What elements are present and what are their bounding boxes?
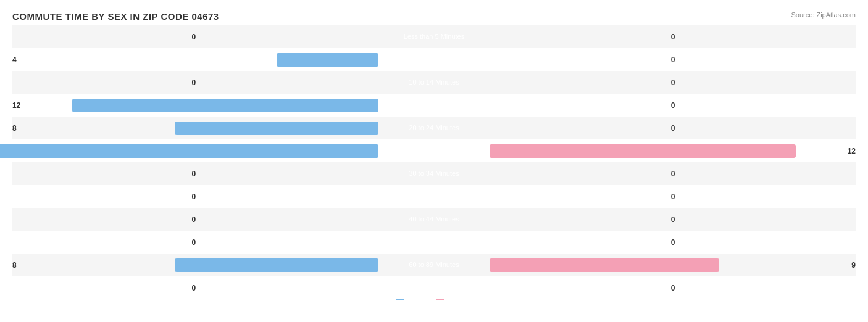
female-value-label: 0: [671, 238, 675, 247]
left-section: 15: [12, 139, 378, 162]
bar-row: 040 to 44 Minutes0: [12, 208, 856, 231]
female-value-label: 0: [671, 124, 675, 133]
female-value-label: 9: [851, 261, 856, 270]
right-section: 0: [490, 94, 856, 117]
right-section: 12: [490, 139, 856, 162]
female-value-label: 12: [848, 147, 856, 155]
female-value-label: 0: [671, 78, 675, 87]
female-value-label: 0: [671, 170, 675, 178]
bar-row: 030 to 34 Minutes0: [12, 162, 856, 185]
row-label: 20 to 24 Minutes: [378, 120, 490, 136]
right-section: 0: [490, 276, 856, 299]
male-value-label: 12: [12, 101, 20, 110]
right-section: 0: [490, 25, 856, 48]
right-section: 0: [490, 231, 856, 254]
male-bar: [72, 99, 378, 112]
female-value-label: 0: [671, 192, 675, 201]
male-value-label: 0: [192, 215, 196, 224]
male-value-label: 0: [192, 78, 196, 87]
left-section: 8: [12, 254, 378, 276]
row-label: 10 to 14 Minutes: [378, 75, 490, 91]
left-section: 0: [12, 162, 378, 185]
row-label: 60 to 89 Minutes: [378, 257, 490, 273]
chart-container: COMMUTE TIME BY SEX IN ZIP CODE 04673 So…: [0, 0, 868, 322]
right-section: 0: [490, 48, 856, 71]
male-value-label: 0: [192, 33, 196, 41]
row-label: 15 to 19 Minutes: [378, 97, 490, 114]
row-label: 40 to 44 Minutes: [378, 212, 490, 228]
male-value-label: 8: [12, 124, 17, 133]
bar-row: 1215 to 19 Minutes0: [12, 94, 856, 117]
left-section: 8: [12, 117, 378, 139]
male-value-label: 8: [12, 261, 17, 270]
female-bar: [490, 144, 796, 158]
bar-row: 035 to 39 Minutes0: [12, 185, 856, 208]
male-bar: [175, 122, 378, 135]
bar-row: 090 or more Minutes0: [12, 276, 856, 299]
source-text: Source: ZipAtlas.com: [791, 11, 856, 19]
right-section: 0: [490, 162, 856, 185]
female-value-label: 0: [671, 33, 675, 41]
male-bar: [277, 53, 378, 67]
bar-row: 045 to 59 Minutes0: [12, 231, 856, 254]
left-section: 4: [12, 48, 378, 71]
left-section: 0: [12, 25, 378, 48]
right-section: 0: [490, 71, 856, 94]
female-bar: [490, 258, 719, 272]
male-bar: [175, 258, 378, 272]
bar-row: 820 to 24 Minutes0: [12, 117, 856, 139]
male-bar: [0, 144, 378, 158]
chart-area: 0Less than 5 Minutes045 to 9 Minutes0010…: [12, 25, 856, 275]
male-value-label: 0: [192, 284, 196, 292]
male-value-label: 0: [192, 170, 196, 178]
female-value-label: 0: [671, 101, 675, 110]
male-value-label: 0: [192, 192, 196, 201]
right-section: 9: [490, 254, 856, 276]
right-section: 0: [490, 185, 856, 208]
bar-row: 010 to 14 Minutes0: [12, 71, 856, 94]
row-label: 90 or more Minutes: [378, 280, 490, 296]
male-value-label: 0: [192, 238, 196, 247]
row-label: 45 to 59 Minutes: [378, 234, 490, 250]
left-section: 0: [12, 276, 378, 299]
right-section: 0: [490, 208, 856, 231]
row-label: 25 to 29 Minutes: [378, 143, 490, 159]
row-label: 5 to 9 Minutes: [378, 52, 490, 68]
bar-row: 0Less than 5 Minutes0: [12, 25, 856, 48]
male-value-label: 4: [12, 56, 17, 64]
chart-title: COMMUTE TIME BY SEX IN ZIP CODE 04673: [12, 11, 856, 22]
female-value-label: 0: [671, 56, 675, 64]
left-section: 0: [12, 185, 378, 208]
row-label: 30 to 34 Minutes: [378, 166, 490, 182]
bar-row: 1525 to 29 Minutes12: [12, 139, 856, 162]
left-section: 12: [12, 94, 378, 117]
left-section: 0: [12, 231, 378, 254]
female-value-label: 0: [671, 215, 675, 224]
bar-row: 45 to 9 Minutes0: [12, 48, 856, 71]
row-label: 35 to 39 Minutes: [378, 189, 490, 205]
right-section: 0: [490, 117, 856, 139]
left-section: 0: [12, 208, 378, 231]
row-label: Less than 5 Minutes: [378, 29, 490, 45]
left-section: 0: [12, 71, 378, 94]
female-value-label: 0: [671, 284, 675, 292]
bar-row: 860 to 89 Minutes9: [12, 254, 856, 276]
